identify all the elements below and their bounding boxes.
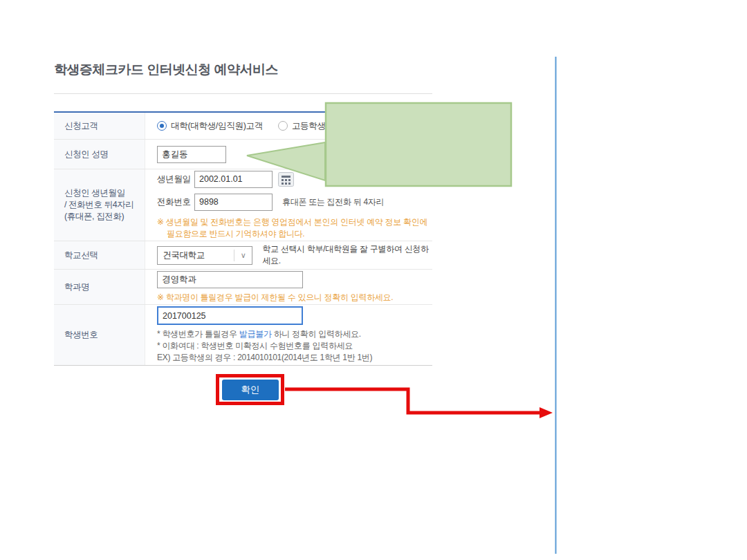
birth-phone-value: 생년월일 전화번호 휴대폰 또는 집전화 뒤 4자리 ※ 생년월일 및 전화번호… <box>145 169 432 241</box>
row-customer-type: 신청고객 대학(대학생/임직원)고객 고등학생고객 <box>54 113 432 139</box>
row-applicant-name: 신청인 성명 <box>54 139 432 169</box>
chevron-down-icon[interactable]: ∨ <box>234 250 252 261</box>
radio-university-label[interactable]: 대학(대학생/임직원)고객 <box>171 120 263 132</box>
birth-phone-label-line1: 신청인 생년월일 <box>64 187 145 199</box>
phone-hint: 휴대폰 또는 집전화 뒤 4자리 <box>282 196 384 208</box>
applicant-name-value <box>145 140 432 169</box>
school-select-current[interactable]: 건국대학교 <box>158 250 234 261</box>
birth-phone-label: 신청인 생년월일 / 전화번호 뒤4자리 (휴대폰, 집전화) <box>54 169 145 241</box>
school-select-label: 학교선택 <box>54 241 145 269</box>
radio-university-customer[interactable]: 대학(대학생/임직원)고객 <box>157 120 263 132</box>
customer-type-value: 대학(대학생/임직원)고객 고등학생고객 <box>145 113 432 139</box>
confirm-button[interactable]: 확인 <box>222 380 279 400</box>
radio-unselected-icon[interactable] <box>278 121 288 131</box>
department-value: ※ 학과명이 틀릴경우 발급이 제한될 수 있으니 정확히 입력하세요. <box>145 270 432 304</box>
birth-date-field-label: 생년월일 <box>157 174 194 185</box>
student-number-label: 학생번호 <box>54 305 145 365</box>
customer-type-label: 신청고객 <box>54 113 145 139</box>
radio-selected-icon[interactable] <box>157 121 167 131</box>
student-number-note3: EX) 고등학생의 경우 : 2014010101(2014년도 1학년 1반 … <box>157 352 432 364</box>
applicant-name-input[interactable] <box>157 146 226 163</box>
application-form-table: 신청고객 대학(대학생/임직원)고객 고등학생고객 신청인 성명 <box>54 111 432 366</box>
phone-field-label: 전화번호 <box>157 196 194 208</box>
school-select-value: 건국대학교 ∨ 학교 선택시 학부/대학원을 잘 구별하여 신청하세요. <box>145 241 432 269</box>
red-arrow-head <box>540 407 553 418</box>
row-birth-phone: 신청인 생년월일 / 전화번호 뒤4자리 (휴대폰, 집전화) 생년월일 전화번 <box>54 169 432 241</box>
student-number-label-text: 학생번호 <box>64 329 145 341</box>
radio-highschool-customer[interactable]: 고등학생고객 <box>278 120 342 132</box>
birth-phone-note: ※ 생년월일 및 전화번호는 은행 영업점에서 본인의 인터넷 예약 정보 확인… <box>157 216 428 240</box>
title-underline <box>54 93 432 94</box>
row-department: 학과명 ※ 학과명이 틀릴경우 발급이 제한될 수 있으니 정확히 입력하세요. <box>54 269 432 304</box>
birth-date-input[interactable] <box>194 171 273 188</box>
red-arrow-line <box>285 389 540 413</box>
applicant-name-label: 신청인 성명 <box>54 140 145 169</box>
row-school-select: 학교선택 건국대학교 ∨ 학교 선택시 학부/대학원을 잘 구별하여 신청하세요… <box>54 241 432 269</box>
student-number-note2: * 이화여대 : 학생번호 미확정시 수험번호를 입력하세요 <box>157 340 432 352</box>
row-student-number: 학생번호 * 학생번호가 틀릴경우 발급불가 하니 정확히 입력하세요. * 이… <box>54 304 432 365</box>
note1-post: 하니 정확히 입력하세요. <box>272 329 361 339</box>
issue-impossible-link[interactable]: 발급불가 <box>239 329 272 339</box>
student-number-note1: * 학생번호가 틀릴경우 발급불가 하니 정확히 입력하세요. <box>157 328 432 340</box>
red-highlight-box: 확인 <box>216 374 284 405</box>
school-select-dropdown[interactable]: 건국대학교 ∨ <box>157 246 252 265</box>
school-select-hint: 학교 선택시 학부/대학원을 잘 구별하여 신청하세요. <box>262 243 432 267</box>
student-number-input[interactable] <box>157 306 303 325</box>
page-title: 학생증체크카드 인터넷신청 예약서비스 <box>54 61 278 79</box>
birth-phone-label-line3: (휴대폰, 집전화) <box>64 211 145 223</box>
department-label-text: 학과명 <box>64 281 145 293</box>
department-note: ※ 학과명이 틀릴경우 발급이 제한될 수 있으니 정확히 입력하세요. <box>157 292 432 304</box>
school-select-label-text: 학교선택 <box>64 250 145 261</box>
calendar-icon[interactable] <box>278 172 294 187</box>
department-input[interactable] <box>157 271 303 288</box>
student-number-value: * 학생번호가 틀릴경우 발급불가 하니 정확히 입력하세요. * 이화여대 :… <box>145 305 432 365</box>
radio-highschool-label[interactable]: 고등학생고객 <box>292 120 342 132</box>
department-label: 학과명 <box>54 270 145 304</box>
phone-last4-input[interactable] <box>194 194 273 211</box>
applicant-name-label-text: 신청인 성명 <box>64 149 145 160</box>
customer-type-label-text: 신청고객 <box>64 120 145 132</box>
birth-phone-label-line2: / 전화번호 뒤4자리 <box>64 199 145 211</box>
note1-pre: * 학생번호가 틀릴경우 <box>157 329 239 339</box>
